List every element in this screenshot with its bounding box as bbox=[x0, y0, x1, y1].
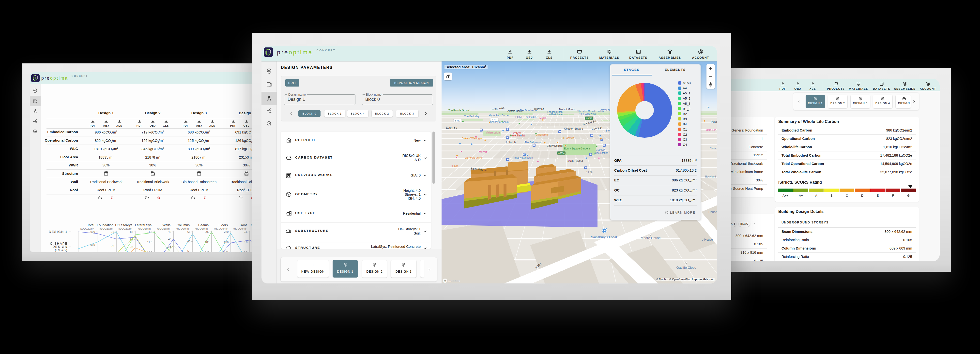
svg-text:Eaton Ter: Eaton Ter bbox=[506, 141, 517, 144]
svg-text:40: 40 bbox=[168, 238, 171, 241]
svg-text:UG Storeys: UG Storeys bbox=[115, 223, 132, 227]
svg-text:Roof: Roof bbox=[240, 223, 247, 227]
svg-text:mapbox: mapbox bbox=[448, 279, 460, 283]
svg-text:Beams: Beams bbox=[198, 223, 208, 227]
svg-text:kgCO2e/m²: kgCO2e/m² bbox=[195, 227, 209, 230]
svg-text:65: 65 bbox=[188, 230, 190, 233]
svg-text:Walls: Walls bbox=[162, 223, 171, 227]
svg-text:The Parade Ground: The Parade Ground bbox=[449, 109, 470, 112]
svg-text:Sainsbury's Local: Sainsbury's Local bbox=[591, 235, 617, 239]
svg-text:220: 220 bbox=[224, 230, 229, 233]
svg-text:Columns: Columns bbox=[177, 223, 190, 227]
svg-text:Ebury Square Gardens: Ebury Square Gardens bbox=[564, 147, 590, 150]
svg-text:A3214: A3214 bbox=[558, 152, 565, 154]
svg-text:75: 75 bbox=[111, 230, 114, 233]
svg-text:180: 180 bbox=[224, 251, 229, 252]
svg-text:Foundation: Foundation bbox=[97, 223, 113, 227]
svg-text:82: 82 bbox=[130, 230, 133, 233]
svg-text:The Berkeley: The Berkeley bbox=[464, 115, 480, 118]
svg-text:Duke of Wellington: Duke of Wellington bbox=[462, 137, 484, 140]
svg-text:55: 55 bbox=[188, 249, 190, 252]
svg-text:160: 160 bbox=[205, 251, 209, 252]
svg-text:44-46: 44-46 bbox=[586, 171, 593, 173]
svg-text:Market Mews: Market Mews bbox=[559, 108, 574, 111]
svg-text:Il Convivio: Il Convivio bbox=[563, 137, 574, 140]
svg-text:Total: Total bbox=[87, 223, 94, 227]
svg-text:on Park Lane: on Park Lane bbox=[548, 113, 563, 116]
svg-text:Tilney St: Tilney St bbox=[534, 108, 544, 110]
svg-text:COMO The Halkin: COMO The Halkin bbox=[515, 116, 536, 119]
svg-text:Mozart: Mozart bbox=[479, 151, 487, 153]
svg-text:Eaton Sq: Eaton Sq bbox=[446, 126, 457, 129]
svg-text:Buckland: Buckland bbox=[705, 175, 716, 178]
svg-text:Ebury Square: Ebury Square bbox=[547, 144, 563, 147]
svg-text:(RICS): (RICS) bbox=[55, 248, 68, 252]
svg-text:Timothy Langston: Timothy Langston bbox=[512, 156, 533, 159]
svg-text:Moore House: Moore House bbox=[641, 236, 660, 240]
svg-text:70: 70 bbox=[111, 244, 114, 248]
svg-text:Hunan: Hunan bbox=[451, 165, 458, 167]
svg-text:kgCO2e/m²: kgCO2e/m² bbox=[176, 227, 190, 230]
svg-text:Park Lane Hote: Park Lane Hote bbox=[579, 112, 596, 115]
svg-text:Street Dentist: Street Dentist bbox=[510, 134, 525, 137]
svg-text:Cedar: Cedar bbox=[710, 147, 717, 150]
svg-text:10.5: 10.5 bbox=[147, 251, 152, 252]
svg-text:Palace: Palace bbox=[711, 120, 717, 123]
svg-text:kgCO2e/m²: kgCO2e/m² bbox=[233, 227, 247, 230]
svg-text:Belgravia: Belgravia bbox=[595, 149, 605, 151]
svg-text:A3217: A3217 bbox=[586, 117, 592, 119]
svg-text:kgCO2e/m²: kgCO2e/m² bbox=[214, 227, 228, 230]
svg-text:m: m bbox=[444, 279, 446, 282]
svg-text:rte: rte bbox=[707, 106, 710, 109]
svg-text:e House: e House bbox=[702, 238, 713, 241]
svg-text:42: 42 bbox=[168, 230, 171, 233]
svg-text:kgCO2e/m²: kgCO2e/m² bbox=[138, 227, 152, 230]
svg-text:11.0: 11.0 bbox=[147, 241, 152, 244]
svg-text:200: 200 bbox=[205, 230, 209, 233]
svg-text:Police Station: Police Station bbox=[593, 151, 608, 154]
svg-text:Eni UK Limited: Eni UK Limited bbox=[566, 160, 583, 162]
svg-text:Vivien Leigh: Vivien Leigh bbox=[486, 131, 500, 134]
svg-text:La Poule au Pot: La Poule au Pot bbox=[465, 156, 484, 159]
svg-text:Lateral Sys: Lateral Sys bbox=[135, 223, 151, 227]
svg-text:9.5: 9.5 bbox=[244, 230, 247, 233]
svg-text:kgCO2e/m²: kgCO2e/m² bbox=[157, 227, 171, 230]
svg-text:House: House bbox=[708, 210, 717, 214]
svg-text:DESIGN 1: DESIGN 1 bbox=[49, 230, 68, 233]
svg-text:8.5: 8.5 bbox=[244, 251, 247, 252]
svg-text:kgCO2e/m²: kgCO2e/m² bbox=[119, 227, 133, 230]
svg-text:The Belgravia: The Belgravia bbox=[525, 141, 541, 144]
svg-text:180: 180 bbox=[205, 241, 209, 244]
svg-text:kgCO2e/m²: kgCO2e/m² bbox=[80, 227, 94, 230]
svg-text:Floors: Floors bbox=[218, 223, 228, 227]
svg-text:Muse: Muse bbox=[539, 116, 546, 119]
svg-text:Olivacarne: Olivacarne bbox=[536, 133, 548, 136]
svg-text:kgCO2e/m²: kgCO2e/m² bbox=[100, 227, 114, 230]
svg-text:Little Ben: Little Ben bbox=[706, 129, 716, 131]
svg-text:Chester Square: Chester Square bbox=[564, 127, 583, 130]
svg-text:78: 78 bbox=[130, 246, 133, 249]
svg-text:B319: B319 bbox=[455, 119, 460, 122]
svg-text:B310: B310 bbox=[492, 118, 497, 121]
svg-text:Gatliffe Close: Gatliffe Close bbox=[676, 266, 696, 270]
svg-text:Hyde Park Corner: Hyde Park Corner bbox=[489, 114, 510, 117]
